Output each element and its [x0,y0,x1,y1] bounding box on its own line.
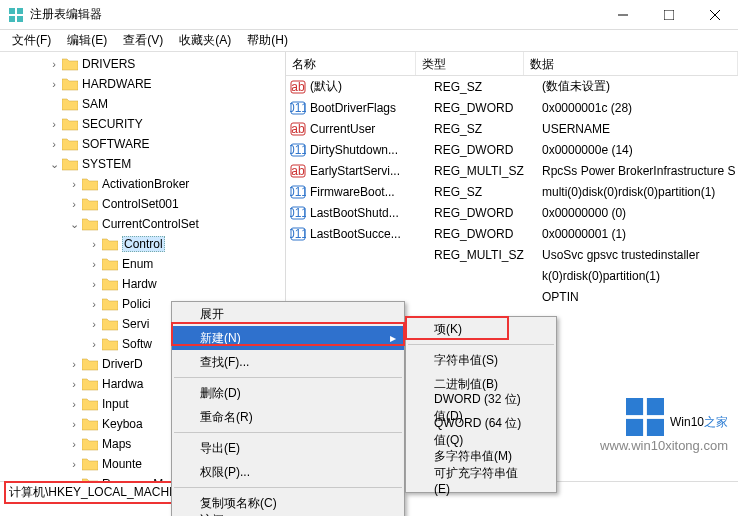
value-type: REG_DWORD [434,101,542,115]
context-menu-label: 访问 HKEY_CURRENT_USER(T) [200,512,374,517]
expand-toggle-icon[interactable]: › [48,138,60,150]
list-row[interactable]: REG_MULTI_SZUsoSvc gpsvc trustedinstalle… [286,244,738,265]
value-type: REG_DWORD [434,227,542,241]
value-data: 0x0000001c (28) [542,101,738,115]
expand-toggle-icon[interactable]: › [68,478,80,481]
expand-toggle-icon[interactable]: › [68,358,80,370]
value-data: RpcSs Power BrokerInfrastructure S [542,164,738,178]
context-menu-item[interactable]: 项(K) [406,317,556,341]
tree-item[interactable]: ›ActivationBroker [0,174,285,194]
context-menu-item[interactable]: 字符串值(S) [406,348,556,372]
context-menu-item[interactable]: 导出(E) [172,436,404,460]
tree-item-label: Keyboa [102,417,143,431]
context-menu-item[interactable]: 新建(N)▸ [172,326,404,350]
menu-separator [174,432,402,433]
tree-item-label: SOFTWARE [82,137,150,151]
value-type: REG_MULTI_SZ [434,248,542,262]
expand-toggle-icon[interactable]: › [88,278,100,290]
context-menu-item: 删除(D) [172,381,404,405]
list-row[interactable]: abCurrentUserREG_SZUSERNAME [286,118,738,139]
tree-item-label: SAM [82,97,108,111]
column-name[interactable]: 名称 [286,52,416,75]
list-row[interactable]: 011FirmwareBoot...REG_SZmulti(0)disk(0)r… [286,181,738,202]
maximize-button[interactable] [646,0,692,30]
column-type[interactable]: 类型 [416,52,524,75]
menu-bar: 文件(F) 编辑(E) 查看(V) 收藏夹(A) 帮助(H) [0,30,738,52]
value-name: LastBootSucce... [310,227,434,241]
expand-toggle-icon[interactable]: › [88,338,100,350]
list-row[interactable]: 011LastBootSucce...REG_DWORD0x00000001 (… [286,223,738,244]
tree-item[interactable]: ›DRIVERS [0,54,285,74]
tree-item[interactable]: ›Control [0,234,285,254]
expand-toggle-icon[interactable]: › [68,198,80,210]
menu-view[interactable]: 查看(V) [115,30,171,51]
expand-toggle-icon[interactable]: › [88,238,100,250]
column-data[interactable]: 数据 [524,52,738,75]
context-menu-item[interactable]: 权限(P)... [172,460,404,484]
svg-text:011: 011 [290,101,306,115]
tree-item-label: Control [122,236,165,252]
expand-toggle-icon[interactable]: › [88,298,100,310]
expand-toggle-icon[interactable]: › [68,398,80,410]
tree-item-label: HARDWARE [82,77,152,91]
svg-text:011: 011 [290,227,306,241]
expand-toggle-icon[interactable]: › [88,318,100,330]
tree-item-label: Mounte [102,457,142,471]
expand-toggle-icon[interactable]: › [48,58,60,70]
value-data: 0x00000000 (0) [542,206,738,220]
context-menu-item[interactable]: 查找(F)... [172,350,404,374]
svg-text:011: 011 [290,185,306,199]
expand-toggle-icon[interactable]: ⌄ [68,218,80,231]
svg-text:ab: ab [291,80,305,94]
svg-rect-24 [626,398,643,415]
svg-rect-26 [626,419,643,436]
tree-item[interactable]: ›ControlSet001 [0,194,285,214]
tree-item[interactable]: ⌄SYSTEM [0,154,285,174]
list-row[interactable]: 011DirtyShutdown...REG_DWORD0x0000000e (… [286,139,738,160]
window-title: 注册表编辑器 [30,6,600,23]
value-name: EarlyStartServi... [310,164,434,178]
value-type: REG_MULTI_SZ [434,164,542,178]
expand-toggle-icon[interactable]: › [88,258,100,270]
value-data: USERNAME [542,122,738,136]
tree-item[interactable]: ›Hardw [0,274,285,294]
menu-edit[interactable]: 编辑(E) [59,30,115,51]
value-data: (数值未设置) [542,78,738,95]
menu-favorites[interactable]: 收藏夹(A) [171,30,239,51]
expand-toggle-icon[interactable]: › [68,178,80,190]
menu-help[interactable]: 帮助(H) [239,30,296,51]
tree-item[interactable]: ›Enum [0,254,285,274]
close-button[interactable] [692,0,738,30]
svg-rect-5 [664,10,674,20]
list-row[interactable]: ab(默认)REG_SZ(数值未设置) [286,76,738,97]
list-row[interactable]: abEarlyStartServi...REG_MULTI_SZRpcSs Po… [286,160,738,181]
value-name: DirtyShutdown... [310,143,434,157]
expand-toggle-icon[interactable]: › [68,418,80,430]
expand-toggle-icon[interactable]: › [68,438,80,450]
tree-item[interactable]: ›SOFTWARE [0,134,285,154]
value-data: 0x0000000e (14) [542,143,738,157]
context-menu-item[interactable]: 展开 [172,302,404,326]
svg-text:011: 011 [290,143,306,157]
list-row[interactable]: k(0)rdisk(0)partition(1) [286,265,738,286]
watermark-suffix: 之家 [704,415,728,429]
expand-toggle-icon[interactable]: › [68,458,80,470]
tree-item[interactable]: ⌄CurrentControlSet [0,214,285,234]
list-row[interactable]: 011LastBootShutd...REG_DWORD0x00000000 (… [286,202,738,223]
tree-item[interactable]: ›HARDWARE [0,74,285,94]
menu-file[interactable]: 文件(F) [4,30,59,51]
context-menu-label: 二进制值(B) [434,376,498,393]
context-menu-item[interactable]: QWORD (64 位)值(Q) [406,420,556,444]
context-menu-label: 复制项名称(C) [200,495,277,512]
expand-toggle-icon[interactable]: › [48,78,60,90]
expand-toggle-icon[interactable]: ⌄ [48,158,60,171]
context-menu: 展开新建(N)▸查找(F)...删除(D)重命名(R)导出(E)权限(P)...… [171,301,405,516]
list-row[interactable]: 011BootDriverFlagsREG_DWORD0x0000001c (2… [286,97,738,118]
minimize-button[interactable] [600,0,646,30]
expand-toggle-icon[interactable]: › [48,118,60,130]
context-menu-item[interactable]: 可扩充字符串值(E) [406,468,556,492]
value-type: REG_DWORD [434,143,542,157]
tree-item[interactable]: ›SECURITY [0,114,285,134]
tree-item[interactable]: SAM [0,94,285,114]
expand-toggle-icon[interactable]: › [68,378,80,390]
